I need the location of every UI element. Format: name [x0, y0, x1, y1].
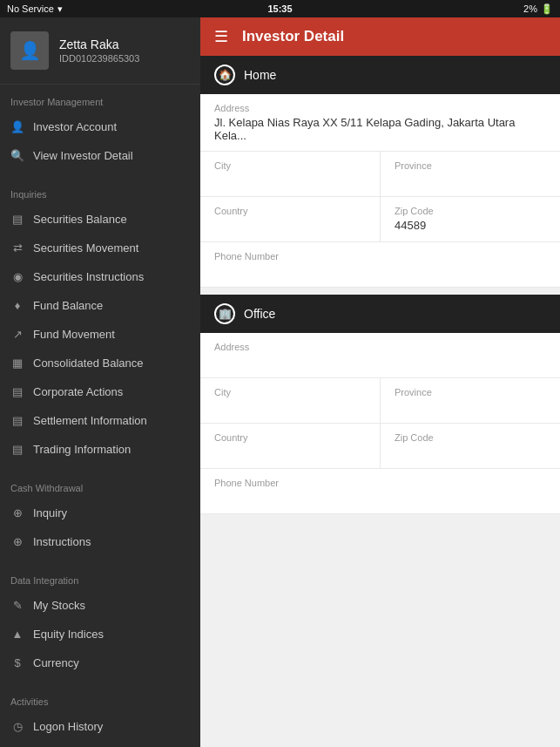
- office-phone-value: [214, 491, 546, 505]
- list-icon: ▤: [10, 213, 24, 226]
- sidebar-item-equity-indices[interactable]: ▲ Equity Indices: [0, 620, 200, 649]
- office-province-field: Province: [380, 378, 560, 423]
- address-label: Address: [214, 103, 546, 113]
- home-card-body: Address Jl. Kelapa Nias Raya XX 5/11 Kel…: [200, 94, 560, 288]
- sidebar-item-fund-movement[interactable]: ↗ Fund Movement: [0, 320, 200, 349]
- country-label: Country: [214, 206, 366, 216]
- city-province-row: City Province: [200, 152, 560, 197]
- home-section: 🏠 Home Address Jl. Kelapa Nias Raya XX 5…: [200, 56, 560, 288]
- province-label: Province: [395, 160, 546, 171]
- country-field: Country: [200, 197, 380, 241]
- main-content: 🏠 Home Address Jl. Kelapa Nias Raya XX 5…: [200, 56, 560, 747]
- sidebar-item-trading-information[interactable]: ▤ Trading Information: [0, 435, 200, 464]
- fund-icon: ♦: [10, 299, 24, 312]
- sidebar-profile: 👤 Zetta Raka IDD010239865303: [0, 17, 200, 85]
- sidebar: 👤 Zetta Raka IDD010239865303 Investor Ma…: [0, 17, 200, 747]
- home-icon: 🏠: [214, 65, 235, 85]
- office-address-label: Address: [214, 342, 546, 352]
- phone-value: [214, 264, 546, 278]
- office-zip-value: [395, 445, 546, 459]
- sidebar-label: Investor Account: [33, 120, 117, 133]
- main-area: ☰ Investor Detail 🏠 Home Address Jl. Kel…: [200, 17, 560, 747]
- sidebar-label: Securities Instructions: [33, 270, 144, 283]
- sidebar-item-view-investor-detail[interactable]: 🔍 View Investor Detail: [0, 141, 200, 170]
- office-address-value: [214, 355, 546, 369]
- inquiry-icon: ⊕: [10, 506, 24, 520]
- office-address-field: Address: [200, 333, 560, 378]
- sidebar-item-currency[interactable]: $ Currency: [0, 649, 200, 677]
- chart-icon: ↗: [10, 328, 24, 341]
- office-phone-field: Phone Number: [200, 469, 560, 514]
- search-icon: 🔍: [10, 149, 24, 162]
- section-label-data-integration: Data Integration: [0, 563, 200, 591]
- section-label-cash-withdrawal: Cash Withdrawal: [0, 471, 200, 499]
- carrier-text: No Service: [7, 3, 54, 14]
- settle-icon: ▤: [10, 414, 24, 427]
- home-title: Home: [244, 68, 276, 82]
- equity-icon: ▲: [10, 628, 24, 641]
- office-province-label: Province: [395, 387, 546, 397]
- office-country-label: Country: [214, 432, 366, 443]
- office-country-value: [214, 445, 366, 459]
- sidebar-label: Trading Information: [33, 443, 131, 456]
- section-label-activities: Activities: [0, 684, 200, 712]
- sidebar-item-fund-balance[interactable]: ♦ Fund Balance: [0, 291, 200, 320]
- battery-percent: 2%: [523, 3, 537, 14]
- sidebar-label: View Investor Detail: [33, 149, 133, 162]
- city-field: City: [200, 152, 380, 196]
- sidebar-label: Securities Movement: [33, 241, 138, 255]
- sidebar-item-securities-balance[interactable]: ▤ Securities Balance: [0, 205, 200, 234]
- profile-info: Zetta Raka IDD010239865303: [59, 37, 139, 64]
- sidebar-label: Logon History: [33, 720, 103, 733]
- sidebar-label: Consolidated Balance: [33, 357, 143, 370]
- time: 15:35: [267, 3, 292, 14]
- sidebar-item-logon-history[interactable]: ◷ Logon History: [0, 712, 200, 741]
- sidebar-item-inquiry[interactable]: ⊕ Inquiry: [0, 499, 200, 527]
- instructions-icon: ⊕: [10, 535, 24, 548]
- doc-icon: ◉: [10, 270, 24, 283]
- office-section: 🏢 Office Address City Province: [200, 295, 560, 514]
- sidebar-item-my-stocks[interactable]: ✎ My Stocks: [0, 591, 200, 620]
- sidebar-label: My Stocks: [33, 599, 85, 612]
- sidebar-item-investor-account[interactable]: 👤 Investor Account: [0, 112, 200, 141]
- address-value: Jl. Kelapa Nias Raya XX 5/11 Kelapa Gadi…: [214, 116, 546, 142]
- sidebar-item-corporate-actions[interactable]: ▤ Corporate Actions: [0, 377, 200, 406]
- sidebar-label: Instructions: [33, 535, 91, 548]
- sidebar-label: Currency: [33, 656, 79, 669]
- sidebar-label: Securities Balance: [33, 213, 127, 226]
- status-right: 2% 🔋: [523, 3, 553, 15]
- sidebar-item-instructions[interactable]: ⊕ Instructions: [0, 527, 200, 556]
- sidebar-item-consolidated-balance[interactable]: ▦ Consolidated Balance: [0, 349, 200, 377]
- office-title: Office: [244, 307, 275, 321]
- phone-field: Phone Number: [200, 242, 560, 288]
- avatar-icon: 👤: [19, 40, 41, 61]
- sidebar-item-activity-history[interactable]: ◷ Activity History: [0, 741, 200, 747]
- clock-icon: ◷: [10, 720, 24, 733]
- office-city-field: City: [200, 378, 380, 423]
- section-label-inquiries: Inquiries: [0, 177, 200, 205]
- city-value: [214, 173, 366, 187]
- address-field: Address Jl. Kelapa Nias Raya XX 5/11 Kel…: [200, 94, 560, 152]
- sidebar-label: Inquiry: [33, 506, 67, 520]
- office-country-zip-row: Country Zip Code: [200, 424, 560, 469]
- office-zip-label: Zip Code: [395, 432, 546, 443]
- sidebar-item-securities-movement[interactable]: ⇄ Securities Movement: [0, 234, 200, 262]
- country-value: [214, 219, 366, 233]
- app-container: 👤 Zetta Raka IDD010239865303 Investor Ma…: [0, 17, 560, 747]
- status-bar: No Service ▾ 15:35 2% 🔋: [0, 0, 560, 17]
- profile-name: Zetta Raka: [59, 37, 139, 51]
- movement-icon: ⇄: [10, 241, 24, 255]
- signal-icon: ▾: [57, 3, 63, 15]
- hamburger-icon[interactable]: ☰: [214, 27, 228, 46]
- sidebar-item-securities-instructions[interactable]: ◉ Securities Instructions: [0, 262, 200, 291]
- corp-icon: ▤: [10, 385, 24, 398]
- sidebar-item-settlement-information[interactable]: ▤ Settlement Information: [0, 406, 200, 435]
- country-zip-row: Country Zip Code 44589: [200, 197, 560, 242]
- zip-value: 44589: [395, 219, 546, 233]
- province-field: Province: [380, 152, 560, 196]
- currency-icon: $: [10, 656, 24, 669]
- phone-label: Phone Number: [214, 251, 546, 261]
- zip-label: Zip Code: [395, 206, 546, 216]
- section-label-investor-management: Investor Management: [0, 85, 200, 112]
- office-zip-field: Zip Code: [380, 424, 560, 468]
